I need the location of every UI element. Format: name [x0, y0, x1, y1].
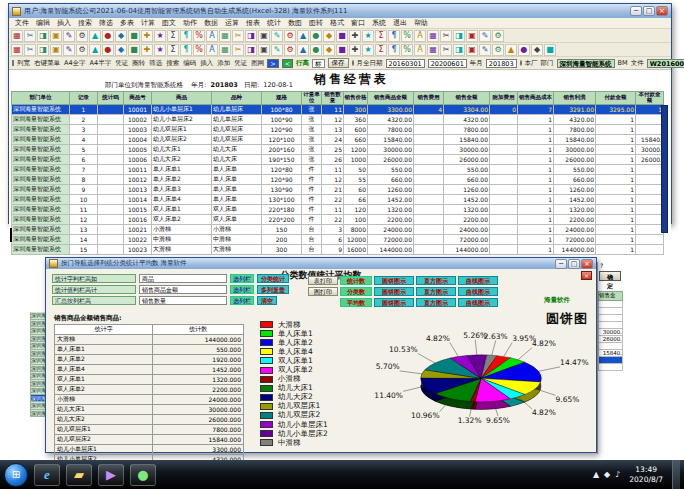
- cell[interactable]: 中滑梯: [152, 234, 212, 244]
- menu-item[interactable]: 插入: [57, 18, 71, 28]
- cell[interactable]: 双人床单1: [152, 204, 212, 214]
- toolbar-icon[interactable]: ▦: [427, 44, 439, 56]
- cell[interactable]: 幼儿小单层床2: [152, 114, 212, 124]
- toolbar-icon[interactable]: ◨: [37, 44, 49, 56]
- cell[interactable]: 550.00: [444, 164, 490, 174]
- cell[interactable]: 10014: [124, 194, 152, 204]
- cell[interactable]: 1: [518, 144, 554, 154]
- cell[interactable]: 深圳海量智能系统: [12, 134, 70, 144]
- toolbar-icon[interactable]: ✚: [141, 44, 153, 56]
- toolbar-icon[interactable]: ▦: [219, 30, 231, 42]
- cell[interactable]: [636, 184, 664, 194]
- cell[interactable]: 1: [518, 234, 554, 244]
- cell[interactable]: [414, 194, 444, 204]
- cell[interactable]: 30000.00: [554, 144, 596, 154]
- chart-type-button[interactable]: 圆饼图示: [374, 287, 414, 296]
- cell[interactable]: 幼儿大床: [212, 144, 262, 154]
- cell[interactable]: 26000.00: [368, 154, 414, 164]
- cell[interactable]: 4: [70, 134, 98, 144]
- chart-type-button[interactable]: 圆饼图示: [374, 276, 414, 285]
- cell[interactable]: [490, 124, 518, 134]
- toolbar-icon[interactable]: ✚: [349, 30, 361, 42]
- cell[interactable]: 144000.00: [444, 244, 490, 254]
- table-row[interactable]: 深圳海量智能系统1310021小滑梯小滑梯150台3800024000.0024…: [12, 224, 664, 234]
- cell[interactable]: 1: [518, 174, 554, 184]
- cell[interactable]: 10005: [124, 144, 152, 154]
- control-item[interactable]: 圈转: [132, 59, 145, 68]
- cell[interactable]: 144000.00: [368, 244, 414, 254]
- cell[interactable]: [490, 184, 518, 194]
- cell[interactable]: 7800.00: [368, 124, 414, 134]
- toolbar-icon[interactable]: ●: [102, 44, 114, 56]
- toolbar-icon[interactable]: ⚙: [492, 30, 504, 42]
- toolbar-icon[interactable]: ▲: [297, 30, 309, 42]
- arrow-right-button[interactable]: >: [267, 59, 278, 68]
- cell[interactable]: [636, 124, 664, 134]
- tray-network-icon[interactable]: ◆: [604, 470, 610, 479]
- control-item[interactable]: 右键菜单: [34, 59, 60, 68]
- cell[interactable]: 双人床单: [212, 204, 262, 214]
- cell[interactable]: [414, 164, 444, 174]
- select-column-button[interactable]: 选列栏: [230, 285, 254, 294]
- cell[interactable]: 60: [344, 184, 368, 194]
- cell[interactable]: 1320.00: [554, 204, 596, 214]
- cell[interactable]: [636, 194, 664, 204]
- close-button[interactable]: ×: [656, 6, 668, 16]
- print-button[interactable]: 图打印: [308, 287, 338, 296]
- menu-item[interactable]: 格式: [330, 18, 344, 28]
- cell[interactable]: 单人床单: [212, 174, 262, 184]
- stat-field-value[interactable]: 商品: [139, 274, 227, 283]
- show-desktop-button[interactable]: [672, 460, 680, 489]
- cell[interactable]: [636, 114, 664, 124]
- cell[interactable]: [636, 204, 664, 214]
- cell[interactable]: 10013: [124, 184, 152, 194]
- cell[interactable]: 22: [322, 194, 344, 204]
- classify-stat-button[interactable]: 分类统计: [257, 274, 289, 283]
- cell[interactable]: [636, 234, 664, 244]
- cell[interactable]: [490, 134, 518, 144]
- media-player-icon[interactable]: ▶: [98, 464, 124, 486]
- cell[interactable]: 1: [518, 114, 554, 124]
- cell[interactable]: 10002: [124, 114, 152, 124]
- cell[interactable]: 深圳海量智能系统: [12, 174, 70, 184]
- cell[interactable]: 深圳海量智能系统: [12, 204, 70, 214]
- sum-column-value[interactable]: 销售数量: [139, 296, 227, 305]
- minimize-button[interactable]: ─: [630, 6, 642, 16]
- cell[interactable]: 1000: [344, 154, 368, 164]
- cell[interactable]: 3: [70, 124, 98, 134]
- select-column-button[interactable]: 选列栏: [230, 274, 254, 283]
- cell[interactable]: 10016: [124, 214, 152, 224]
- folder-icon[interactable]: ▰: [66, 464, 92, 486]
- taskbar-clock[interactable]: 13:49 2020/8/7: [625, 465, 667, 484]
- cell[interactable]: 1452.00: [554, 194, 596, 204]
- menu-item[interactable]: 文件: [15, 18, 29, 28]
- toolbar-icon[interactable]: ◨: [453, 30, 465, 42]
- menu-item[interactable]: 搜索: [78, 18, 92, 28]
- toolbar-icon[interactable]: ✂: [24, 30, 36, 42]
- menu-item[interactable]: 计算: [141, 18, 155, 28]
- start-button[interactable]: ⊞: [4, 463, 28, 487]
- chart-type-button[interactable]: 直方图示: [416, 287, 456, 296]
- toolbar-icon[interactable]: ●: [310, 30, 322, 42]
- cell[interactable]: 单人床单4: [152, 194, 212, 204]
- control-item[interactable]: 凭证: [234, 59, 247, 68]
- cell[interactable]: 幼儿大床1: [152, 144, 212, 154]
- cell[interactable]: 1: [596, 244, 636, 254]
- cell[interactable]: 120: [344, 204, 368, 214]
- chart-type-button[interactable]: 圆饼图示: [374, 298, 414, 307]
- cell[interactable]: 3300.00: [368, 104, 414, 114]
- checkbox[interactable]: [12, 60, 14, 66]
- cell[interactable]: 深圳海量智能系统: [12, 224, 70, 234]
- cell[interactable]: 26: [322, 154, 344, 164]
- toolbar-icon[interactable]: ■: [128, 30, 140, 42]
- toolbar-icon[interactable]: ✎: [271, 44, 283, 56]
- cell[interactable]: 件: [302, 184, 322, 194]
- vertical-scrollbar[interactable]: [661, 105, 668, 233]
- menu-item[interactable]: 帮助: [414, 18, 428, 28]
- cell[interactable]: 10: [70, 194, 98, 204]
- cell[interactable]: 台: [302, 244, 322, 254]
- toolbar-icon[interactable]: ●: [518, 44, 530, 56]
- cell[interactable]: [414, 244, 444, 254]
- toolbar-icon[interactable]: ◆: [323, 44, 335, 56]
- cell[interactable]: 660.00: [554, 174, 596, 184]
